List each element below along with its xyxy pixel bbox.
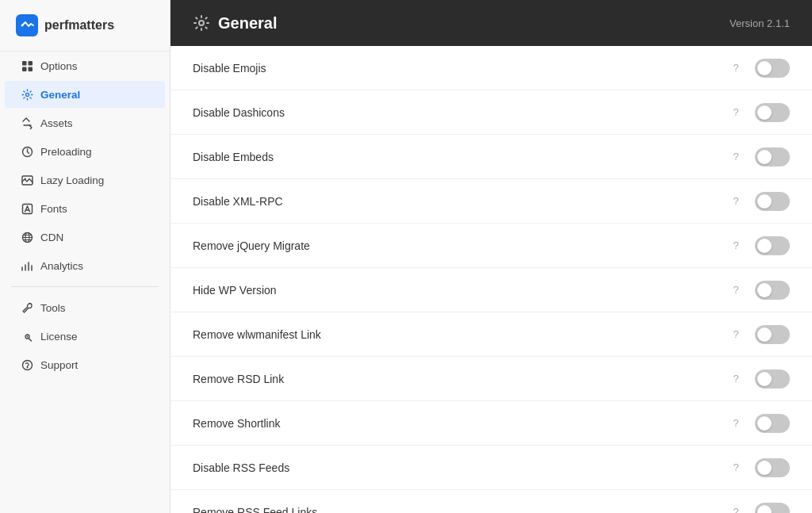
hide-wp-version-slider <box>755 281 790 300</box>
hide-wp-version-help[interactable]: ? <box>728 282 744 298</box>
svg-rect-5 <box>28 67 33 71</box>
setting-row-disable-rss-feeds: Disable RSS Feeds ? <box>170 446 812 490</box>
remove-wlwmanifest-link-toggle[interactable] <box>755 325 790 344</box>
remove-rss-feed-links-label: Remove RSS Feed Links <box>193 506 728 514</box>
sidebar-item-cdn[interactable]: CDN <box>5 224 165 251</box>
options-label: Options <box>40 60 78 72</box>
tools-icon <box>21 301 33 314</box>
disable-dashicons-toggle[interactable] <box>755 103 790 122</box>
sidebar-item-support[interactable]: Support <box>5 351 165 378</box>
sidebar-item-analytics[interactable]: Analytics <box>5 252 165 279</box>
support-label: Support <box>40 359 78 371</box>
hide-wp-version-toggle[interactable] <box>755 281 790 300</box>
svg-point-13 <box>26 335 28 337</box>
setting-row-remove-rsd-link: Remove RSD Link ? <box>170 357 812 401</box>
setting-row-disable-embeds: Disable Embeds ? <box>170 135 812 179</box>
sidebar: perfmatters Options General <box>0 0 170 513</box>
fonts-label: Fonts <box>40 203 67 215</box>
disable-rss-feeds-slider <box>755 458 790 477</box>
main-panel: General Version 2.1.1 Disable Emojis ? D… <box>170 0 812 513</box>
assets-label: Assets <box>40 117 73 129</box>
remove-rss-feed-links-help[interactable]: ? <box>728 504 744 514</box>
sidebar-item-assets[interactable]: Assets <box>5 109 165 136</box>
support-icon <box>21 358 33 371</box>
disable-xml-rpc-slider <box>755 192 790 211</box>
disable-dashicons-label: Disable Dashicons <box>193 106 728 119</box>
header-left: General <box>193 14 277 33</box>
disable-xml-rpc-help[interactable]: ? <box>728 193 744 209</box>
remove-rss-feed-links-slider <box>755 503 790 514</box>
setting-row-remove-wlwmanifest-link: Remove wlwmanifest Link ? <box>170 312 812 357</box>
setting-row-disable-dashicons: Disable Dashicons ? <box>170 90 812 135</box>
preloading-label: Preloading <box>40 146 92 158</box>
settings-content: Disable Emojis ? Disable Dashicons ? Dis… <box>170 46 812 513</box>
remove-wlwmanifest-link-label: Remove wlwmanifest Link <box>193 328 728 341</box>
remove-jquery-migrate-slider <box>755 236 790 255</box>
svg-point-15 <box>199 21 204 25</box>
sidebar-item-preloading[interactable]: Preloading <box>5 138 165 165</box>
tools-label: Tools <box>40 302 66 314</box>
remove-jquery-migrate-label: Remove jQuery Migrate <box>193 239 728 252</box>
remove-rsd-link-toggle[interactable] <box>755 369 790 389</box>
general-label: General <box>40 89 80 101</box>
license-label: License <box>40 331 78 343</box>
hide-wp-version-label: Hide WP Version <box>193 284 728 297</box>
disable-embeds-label: Disable Embeds <box>193 151 728 163</box>
disable-dashicons-help[interactable]: ? <box>728 105 744 121</box>
sidebar-item-general[interactable]: General <box>5 81 165 108</box>
disable-rss-feeds-help[interactable]: ? <box>728 460 744 476</box>
remove-shortlink-help[interactable]: ? <box>728 415 744 431</box>
version-label: Version 2.1.1 <box>730 17 790 29</box>
assets-icon <box>21 117 33 129</box>
main-header: General Version 2.1.1 <box>170 0 812 46</box>
remove-rsd-link-label: Remove RSD Link <box>193 373 728 385</box>
remove-jquery-migrate-help[interactable]: ? <box>728 238 744 254</box>
svg-point-14 <box>22 360 32 369</box>
fonts-icon <box>21 202 33 215</box>
disable-rss-feeds-toggle[interactable] <box>755 458 790 477</box>
remove-rsd-link-help[interactable]: ? <box>728 371 744 387</box>
disable-emojis-label: Disable Emojis <box>193 62 728 75</box>
remove-wlwmanifest-link-help[interactable]: ? <box>728 327 744 343</box>
sidebar-divider <box>11 286 159 287</box>
disable-rss-feeds-label: Disable RSS Feeds <box>193 461 728 474</box>
svg-rect-2 <box>22 61 27 66</box>
disable-emojis-slider <box>755 59 790 78</box>
svg-point-9 <box>25 178 26 179</box>
disable-emojis-toggle[interactable] <box>755 59 790 78</box>
perfmatters-logo-icon <box>16 14 38 36</box>
general-header-icon <box>193 14 210 32</box>
preloading-icon <box>21 145 33 158</box>
disable-embeds-slider <box>755 147 790 167</box>
svg-point-6 <box>25 93 29 96</box>
sidebar-item-tools[interactable]: Tools <box>5 294 165 321</box>
page-title: General <box>218 14 277 33</box>
disable-embeds-toggle[interactable] <box>755 147 790 167</box>
disable-embeds-help[interactable]: ? <box>728 149 744 165</box>
svg-rect-3 <box>28 61 33 66</box>
disable-dashicons-slider <box>755 103 790 122</box>
sidebar-item-options[interactable]: Options <box>5 52 165 79</box>
remove-jquery-migrate-toggle[interactable] <box>755 236 790 255</box>
analytics-label: Analytics <box>40 260 83 272</box>
logo-area: perfmatters <box>0 0 170 52</box>
sidebar-item-fonts[interactable]: Fonts <box>5 195 165 222</box>
remove-shortlink-toggle[interactable] <box>755 414 790 433</box>
remove-rss-feed-links-toggle[interactable] <box>755 503 790 514</box>
disable-emojis-help[interactable]: ? <box>728 60 744 76</box>
remove-wlwmanifest-link-slider <box>755 325 790 344</box>
svg-point-1 <box>21 25 24 27</box>
lazy-loading-icon <box>21 174 33 186</box>
sidebar-item-license[interactable]: License <box>5 323 165 350</box>
license-icon <box>21 330 33 343</box>
setting-row-remove-shortlink: Remove Shortlink ? <box>170 401 812 446</box>
setting-row-remove-jquery-migrate: Remove jQuery Migrate ? <box>170 224 812 268</box>
cdn-icon <box>21 231 33 243</box>
disable-xml-rpc-toggle[interactable] <box>755 192 790 211</box>
lazy-loading-label: Lazy Loading <box>40 174 104 186</box>
grid-icon <box>21 59 33 72</box>
remove-shortlink-slider <box>755 414 790 433</box>
analytics-icon <box>21 259 33 272</box>
cdn-label: CDN <box>40 232 63 243</box>
sidebar-item-lazy-loading[interactable]: Lazy Loading <box>5 167 165 193</box>
